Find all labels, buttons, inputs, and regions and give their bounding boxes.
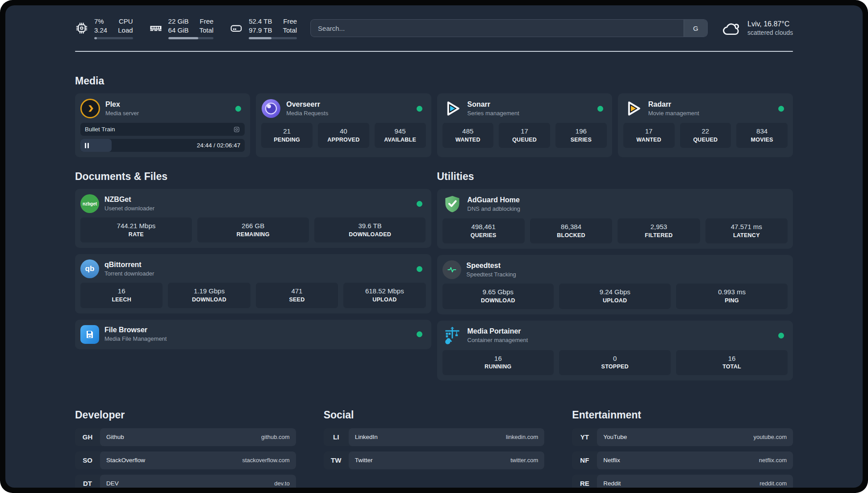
stat-pending: 21PENDING	[261, 123, 313, 148]
card-nzbget[interactable]: nzbget NZBGet Usenet downloader 744.21 M…	[75, 189, 431, 248]
stat-downloaded: 39.6 TBDOWNLOADED	[314, 217, 426, 242]
stat-series: 196SERIES	[555, 123, 607, 148]
bookmark-abbr: SO	[75, 451, 100, 469]
stat-leech: 16LEECH	[80, 283, 163, 308]
card-speedtest[interactable]: Speedtest Speedtest Tracking 9.65 GbpsDO…	[437, 255, 793, 314]
card-subtitle: Movie management	[648, 109, 773, 117]
social-section: Social LI LinkedInlinkedin.com TW Twitte…	[324, 409, 545, 475]
card-portainer[interactable]: Media Portainer Container management 16R…	[437, 321, 793, 380]
bookmark-abbr: TW	[324, 451, 349, 469]
card-title: Sonarr	[467, 100, 592, 109]
bookmark-url: youtube.com	[754, 434, 787, 440]
weather-widget[interactable]: Lviv, 16.87°C scattered clouds	[721, 19, 793, 37]
stat-movies: 834MOVIES	[736, 123, 788, 148]
playback-progress-row: 24:44 / 02:06:47	[80, 139, 245, 152]
qbittorrent-icon: qb	[80, 259, 99, 278]
pause-icon[interactable]	[85, 143, 89, 148]
bookmark-name: Netflix	[603, 457, 620, 464]
status-dot	[778, 333, 784, 338]
developer-section: Developer GH Githubgithub.com SO StackOv…	[75, 409, 296, 488]
bookmark-name: StackOverflow	[106, 457, 145, 464]
status-dot	[417, 201, 422, 207]
speedtest-icon	[442, 260, 461, 279]
bookmark-linkedin[interactable]: LI LinkedInlinkedin.com	[324, 428, 545, 446]
card-plex[interactable]: Plex Media server Bullet Train 24:44 / 0…	[75, 93, 250, 157]
status-dot	[778, 106, 784, 112]
utilities-column: Utilities AdGuard Home DNS and adblockin…	[437, 171, 793, 380]
card-subtitle: DNS and adblocking	[467, 205, 788, 213]
card-qbittorrent[interactable]: qb qBittorrent Torrent downloader 16LEEC…	[75, 254, 431, 313]
bookmark-name: Github	[106, 434, 124, 440]
card-title: AdGuard Home	[467, 196, 788, 205]
bookmark-name: LinkedIn	[355, 434, 378, 440]
stat-remaining: 266 GBREMAINING	[197, 217, 309, 242]
ram-free-label: Free	[199, 17, 213, 26]
bookmark-twitter[interactable]: TW Twittertwitter.com	[324, 451, 545, 469]
stat-download: 1.19 GbpsDOWNLOAD	[168, 283, 250, 308]
card-title: Media Portainer	[467, 327, 773, 336]
plex-icon	[80, 99, 100, 118]
card-subtitle: Speedtest Tracking	[467, 271, 788, 279]
cpu-progress-fill	[94, 37, 97, 39]
card-subtitle: Media Requests	[286, 109, 411, 117]
card-overseerr[interactable]: Overseerr Media Requests 21PENDING 40APP…	[256, 93, 431, 157]
adguard-icon	[442, 194, 462, 214]
bookmark-youtube[interactable]: YT YouTubeyoutube.com	[572, 428, 793, 446]
now-playing-title: Bullet Train	[85, 126, 115, 133]
ram-free-value: 22 GiB	[168, 17, 189, 26]
bookmark-name: Twitter	[355, 457, 373, 464]
bookmark-url: netflix.com	[759, 457, 787, 464]
search-engine-button[interactable]: G	[684, 20, 707, 37]
stat-download: 9.65 GbpsDOWNLOAD	[442, 284, 554, 309]
bookmark-netflix[interactable]: NF Netflixnetflix.com	[572, 451, 793, 469]
stat-upload: 618.52 MbpsUPLOAD	[343, 283, 426, 308]
bookmark-github[interactable]: GH Githubgithub.com	[75, 428, 296, 446]
bookmark-abbr: DT	[75, 475, 100, 488]
card-subtitle: Series management	[467, 109, 592, 117]
bookmark-url: stackoverflow.com	[242, 457, 289, 464]
bookmark-url: reddit.com	[760, 480, 787, 487]
session-icon[interactable]	[233, 126, 240, 133]
card-adguard[interactable]: AdGuard Home DNS and adblocking 498,461Q…	[437, 189, 793, 249]
stat-approved: 40APPROVED	[318, 123, 369, 148]
section-title-social: Social	[324, 409, 545, 421]
stat-seed: 471SEED	[256, 283, 338, 308]
disk-progress-fill	[249, 37, 271, 39]
card-title: File Browser	[104, 326, 411, 335]
weather-location: Lviv, 16.87°C	[747, 19, 793, 29]
top-bar: 7%3.24 CPULoad 22 GiB64 GiB FreeTotal	[75, 17, 793, 39]
cpu-label: CPU	[118, 17, 133, 26]
stat-queued: 17QUEUED	[499, 123, 550, 148]
bookmark-abbr: NF	[572, 451, 597, 469]
bookmark-url: linkedin.com	[506, 434, 538, 440]
ram-total-label: Total	[199, 26, 213, 35]
stat-blocked: 86,384BLOCKED	[530, 218, 612, 243]
documents-column: Documents & Files nzbget NZBGet Usenet d…	[75, 171, 431, 349]
now-playing-row: Bullet Train	[80, 123, 245, 136]
stat-wanted: 17WANTED	[623, 123, 675, 148]
stat-total: 16TOTAL	[676, 350, 788, 375]
stat-upload: 9.24 GbpsUPLOAD	[559, 284, 671, 309]
bookmark-url: twitter.com	[510, 457, 538, 464]
card-filebrowser[interactable]: File Browser Media File Management	[75, 320, 431, 349]
status-dot	[417, 331, 422, 337]
card-title: NZBGet	[104, 195, 411, 205]
window-frame: 7%3.24 CPULoad 22 GiB64 GiB FreeTotal	[0, 0, 868, 493]
ram-stat: 22 GiB64 GiB FreeTotal	[149, 17, 214, 39]
bookmark-stackoverflow[interactable]: SO StackOverflowstackoverflow.com	[75, 451, 296, 469]
card-sonarr[interactable]: Sonarr Series management 485WANTED 17QUE…	[437, 93, 612, 157]
card-subtitle: Usenet downloader	[104, 205, 411, 213]
status-dot	[235, 106, 241, 112]
card-radarr[interactable]: Radarr Movie management 17WANTED 22QUEUE…	[618, 93, 793, 157]
disk-total-value: 97.9 TB	[249, 26, 272, 35]
section-title-developer: Developer	[75, 409, 296, 421]
ram-progress-fill	[168, 37, 198, 39]
playback-time: 24:44 / 02:06:47	[197, 139, 241, 152]
bookmark-abbr: LI	[324, 428, 349, 446]
bookmark-dev[interactable]: DT DEVdev.to	[75, 475, 296, 488]
ram-total-value: 64 GiB	[168, 26, 189, 35]
bookmark-reddit[interactable]: RE Redditreddit.com	[572, 475, 793, 488]
search-bar: G	[310, 19, 708, 37]
search-input[interactable]	[311, 20, 684, 37]
section-title-documents: Documents & Files	[75, 171, 431, 183]
